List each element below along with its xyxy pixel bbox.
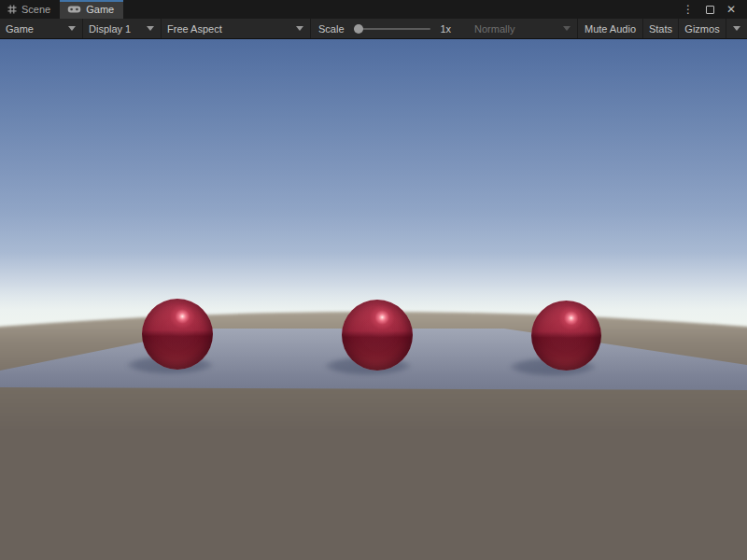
tab-scene[interactable]: Scene <box>0 0 60 19</box>
dropdown-arrow-icon <box>296 26 303 31</box>
red-sphere-1 <box>142 299 213 370</box>
play-mode-dropdown: Normally <box>469 19 578 38</box>
view-mode-label: Game <box>6 23 34 35</box>
red-sphere-3 <box>531 301 601 371</box>
toolbar-spacer <box>458 19 469 38</box>
aspect-label: Free Aspect <box>167 23 222 35</box>
stats-button[interactable]: Stats <box>643 19 679 38</box>
mute-audio-button[interactable]: Mute Audio <box>578 19 643 38</box>
game-viewport <box>0 39 747 560</box>
kebab-menu-icon[interactable]: ⋮ <box>683 4 694 15</box>
slider-knob-icon[interactable] <box>354 24 363 34</box>
tab-scene-label: Scene <box>21 4 50 15</box>
dropdown-arrow-icon <box>563 26 571 31</box>
tab-bar: Scene Game ⋮ ✕ <box>0 0 747 19</box>
stats-label: Stats <box>649 23 672 35</box>
scale-label: Scale <box>318 23 345 35</box>
gizmos-dropdown[interactable] <box>726 19 747 38</box>
red-sphere-2 <box>342 300 413 371</box>
display-dropdown[interactable]: Display 1 <box>83 19 162 38</box>
close-icon[interactable]: ✕ <box>726 4 736 15</box>
game-view-toolbar: Game Display 1 Free Aspect Scale 1x Norm… <box>0 19 747 39</box>
gamepad-icon <box>67 5 81 14</box>
unity-game-view-window: Scene Game ⋮ ✕ Game Display 1 <box>0 0 747 560</box>
aspect-ratio-dropdown[interactable]: Free Aspect <box>162 19 311 38</box>
display-label: Display 1 <box>89 23 131 35</box>
gizmos-label: Gizmos <box>684 23 719 35</box>
dropdown-arrow-icon <box>147 26 154 31</box>
maximize-icon[interactable] <box>706 6 714 14</box>
gizmos-button[interactable]: Gizmos <box>679 19 726 38</box>
scale-value: 1x <box>440 23 451 35</box>
slider-track <box>354 28 431 30</box>
view-mode-dropdown[interactable]: Game <box>0 19 83 38</box>
tab-game[interactable]: Game <box>60 0 123 19</box>
scale-slider[interactable] <box>352 23 433 35</box>
dropdown-arrow-icon <box>733 26 740 31</box>
tab-game-label: Game <box>86 4 114 15</box>
window-controls: ⋮ ✕ <box>683 0 747 19</box>
scale-control: Scale 1x <box>311 19 458 38</box>
play-mode-label: Normally <box>474 23 514 35</box>
dropdown-arrow-icon <box>68 26 76 31</box>
scene-grid-icon <box>7 5 17 14</box>
mute-audio-label: Mute Audio <box>585 23 636 35</box>
